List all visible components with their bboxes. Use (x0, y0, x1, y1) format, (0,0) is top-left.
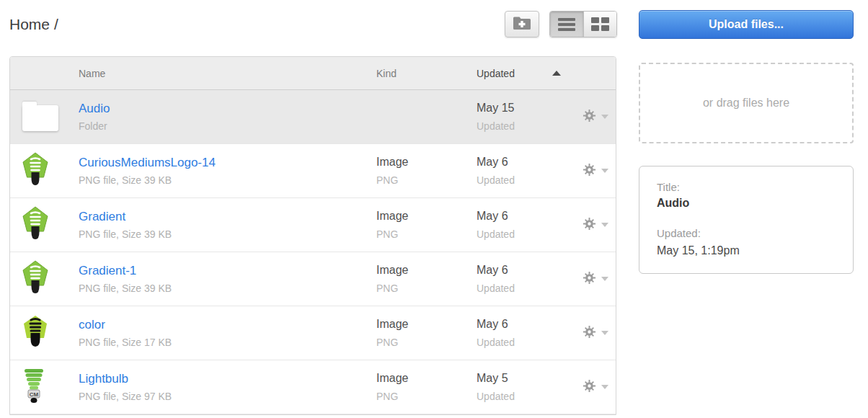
file-link[interactable]: Gradient-1 (79, 263, 376, 278)
gear-icon (583, 379, 596, 395)
file-meta: PNG file, Size 17 KB (79, 336, 376, 349)
file-meta: Folder (79, 120, 376, 133)
file-meta: PNG file, Size 39 KB (79, 282, 376, 295)
table-row[interactable]: Gradient-1 PNG file, Size 39 KB Image PN… (10, 252, 616, 306)
file-details-panel: Title: Audio Updated: May 15, 1:19pm (639, 166, 854, 274)
upload-files-button[interactable]: Upload files... (639, 10, 854, 39)
gear-icon (583, 163, 596, 179)
name-cell: Gradient-1 PNG file, Size 39 KB (79, 263, 376, 295)
green-pentagon-bulb-logo (22, 152, 48, 190)
details-updated-value: May 15, 1:19pm (657, 244, 836, 257)
green-pentagon-black-bulb-logo (22, 314, 48, 352)
row-settings-button[interactable] (581, 270, 610, 288)
row-settings-button[interactable] (581, 378, 610, 396)
file-link[interactable]: Lightbulb (79, 371, 376, 386)
details-title-value: Audio (657, 197, 836, 210)
name-cell: color PNG file, Size 17 KB (79, 317, 376, 349)
gear-icon (583, 325, 596, 341)
details-title-label: Title: (657, 181, 836, 193)
kind-cell: Image PNG (376, 155, 477, 187)
upload-sidebar: Upload files... or drag files here Title… (639, 10, 854, 274)
file-thumbnail-cell[interactable]: CM (10, 368, 79, 406)
chevron-down-icon (601, 277, 608, 281)
chevron-down-icon (601, 169, 608, 173)
file-link[interactable]: Audio (79, 101, 376, 116)
breadcrumb-separator: / (54, 16, 58, 32)
actions-cell (580, 215, 616, 234)
row-settings-button[interactable] (581, 215, 610, 234)
toolbar (505, 11, 617, 37)
actions-cell (580, 378, 616, 396)
updated-cell: May 6 Updated (477, 317, 580, 349)
kind-cell: Image PNG (376, 317, 477, 349)
gear-icon (583, 217, 596, 233)
green-pentagon-bulb-logo (22, 260, 48, 298)
file-table: Name Kind Updated Audio Folder May 15 Up… (9, 56, 616, 415)
file-thumbnail-cell[interactable] (10, 152, 79, 190)
file-meta: PNG file, Size 39 KB (79, 174, 376, 187)
row-settings-button[interactable] (581, 107, 610, 126)
actions-cell (580, 270, 616, 288)
updated-cell: May 6 Updated (477, 209, 580, 241)
file-thumbnail-cell[interactable] (10, 314, 79, 352)
green-pentagon-bulb-logo (22, 206, 48, 244)
table-row[interactable]: Gradient PNG file, Size 39 KB Image PNG … (10, 198, 616, 252)
file-thumbnail-cell[interactable] (10, 260, 79, 298)
actions-cell (580, 107, 616, 126)
table-row[interactable]: color PNG file, Size 17 KB Image PNG May… (10, 306, 616, 360)
updated-cell: May 6 Updated (477, 263, 580, 295)
actions-cell (580, 161, 616, 180)
file-meta: PNG file, Size 39 KB (79, 228, 376, 241)
file-meta: PNG file, Size 97 KB (79, 390, 376, 403)
table-row[interactable]: CuriousMediumsLogo-14 PNG file, Size 39 … (10, 144, 616, 198)
updated-cell: May 6 Updated (477, 155, 580, 187)
folder-plus-icon (513, 16, 531, 32)
column-header-name[interactable]: Name (79, 68, 376, 79)
folder-icon (22, 105, 58, 131)
kind-cell: Image PNG (376, 209, 477, 241)
row-settings-button[interactable] (581, 161, 610, 180)
table-header: Name Kind Updated (10, 57, 616, 90)
file-thumbnail-cell[interactable] (10, 206, 79, 244)
name-cell: Lightbulb PNG file, Size 97 KB (79, 371, 376, 403)
file-dropzone[interactable]: or drag files here (639, 63, 854, 143)
sort-asc-icon (552, 71, 561, 76)
new-folder-button[interactable] (505, 11, 539, 37)
table-row[interactable]: Audio Folder May 15 Updated (10, 90, 616, 144)
file-link[interactable]: Gradient (79, 209, 376, 224)
chevron-down-icon (601, 385, 608, 389)
green-spiral-cm-logo: CM (22, 368, 45, 406)
name-cell: CuriousMediumsLogo-14 PNG file, Size 39 … (79, 155, 376, 187)
grid-view-button[interactable] (583, 12, 616, 37)
chevron-down-icon (601, 331, 608, 335)
kind-cell (376, 115, 477, 119)
updated-cell: May 5 Updated (477, 371, 580, 403)
dropzone-text: or drag files here (703, 97, 789, 110)
file-link[interactable]: CuriousMediumsLogo-14 (79, 155, 376, 170)
updated-cell: May 15 Updated (477, 101, 580, 133)
gear-icon (583, 109, 596, 125)
name-cell: Gradient PNG file, Size 39 KB (79, 209, 376, 241)
column-header-updated[interactable]: Updated (477, 68, 580, 79)
list-view-button[interactable] (550, 12, 583, 37)
row-settings-button[interactable] (581, 324, 610, 342)
chevron-down-icon (601, 223, 608, 227)
breadcrumb: Home/ (9, 16, 58, 33)
list-view-icon (558, 18, 575, 31)
gear-icon (583, 271, 596, 287)
table-row[interactable]: CM Lightbulb PNG file, Size 97 KB Image … (10, 360, 616, 414)
file-thumbnail-cell[interactable] (10, 102, 79, 131)
kind-cell: Image PNG (376, 263, 477, 295)
actions-cell (580, 324, 616, 342)
view-toggle (549, 11, 617, 37)
grid-view-icon (591, 17, 609, 31)
chevron-down-icon (601, 115, 608, 119)
kind-cell: Image PNG (376, 371, 477, 403)
breadcrumb-home[interactable]: Home (9, 16, 50, 32)
column-header-kind[interactable]: Kind (376, 68, 477, 79)
svg-text:CM: CM (30, 391, 39, 398)
details-updated-label: Updated: (657, 227, 836, 239)
name-cell: Audio Folder (79, 101, 376, 133)
file-link[interactable]: color (79, 317, 376, 332)
